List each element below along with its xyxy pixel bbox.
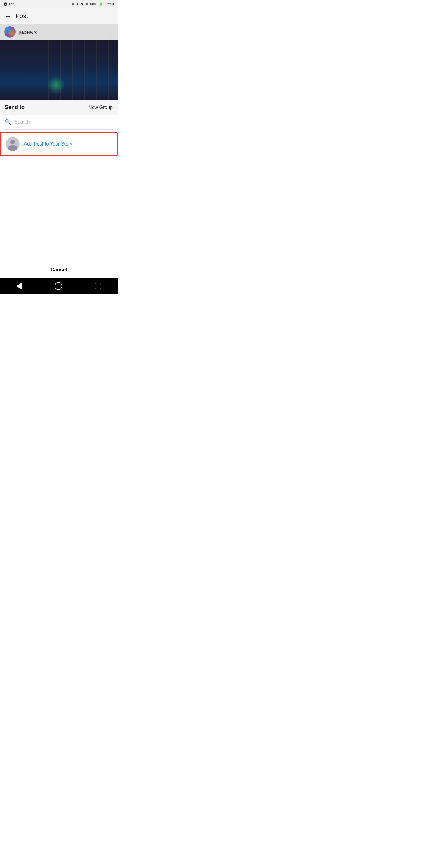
- post-image: [0, 40, 118, 100]
- search-input[interactable]: Search: [14, 119, 113, 125]
- add-post-to-story-item[interactable]: Add Post to Your Story: [0, 132, 118, 156]
- post-header: paperwrq ⋮: [0, 24, 118, 40]
- cancel-bar[interactable]: Cancel: [0, 261, 118, 278]
- back-button[interactable]: ←: [5, 12, 11, 20]
- page-title: Post: [16, 13, 28, 20]
- status-right: ⊕ ✦ ▼ ✕ 80% 🔋 12:58: [71, 2, 114, 6]
- send-to-bar: Send to New Group: [0, 100, 118, 115]
- recents-nav-button[interactable]: [95, 283, 101, 289]
- signal-icon: ✕: [86, 2, 89, 6]
- status-bar: 🖼 65° ⊕ ✦ ▼ ✕ 80% 🔋 12:58: [0, 0, 118, 8]
- avatar: [4, 26, 16, 38]
- clock: 12:58: [105, 2, 114, 6]
- cancel-button[interactable]: Cancel: [50, 267, 67, 273]
- post-image-accent: [47, 76, 65, 94]
- story-avatar-icon: [6, 137, 20, 151]
- more-options-button[interactable]: ⋮: [107, 28, 113, 36]
- circle-plus-icon: ⊕: [71, 2, 74, 6]
- status-left: 🖼 65°: [4, 2, 14, 6]
- search-bar: 🔍 Search: [0, 115, 118, 129]
- bottom-nav: [0, 278, 118, 294]
- home-nav-button[interactable]: [55, 282, 62, 290]
- temperature: 65°: [9, 2, 14, 6]
- battery-icon: 🔋: [99, 2, 103, 6]
- username: paperwrq: [19, 30, 38, 35]
- send-to-label: Send to: [5, 104, 25, 111]
- new-group-button[interactable]: New Group: [88, 105, 113, 110]
- top-nav: ← Post: [0, 8, 118, 24]
- bluetooth-icon: ✦: [76, 2, 79, 6]
- search-icon: 🔍: [5, 119, 11, 125]
- avatar-image: [4, 27, 16, 37]
- user-info: paperwrq: [4, 26, 38, 38]
- back-nav-button[interactable]: [16, 282, 22, 290]
- wifi-icon: ▼: [81, 2, 84, 6]
- battery-percent: 80%: [90, 2, 97, 6]
- divider: [5, 129, 113, 130]
- content-area: [0, 158, 118, 261]
- image-icon: 🖼: [4, 2, 7, 6]
- story-item-label: Add Post to Your Story: [24, 141, 72, 147]
